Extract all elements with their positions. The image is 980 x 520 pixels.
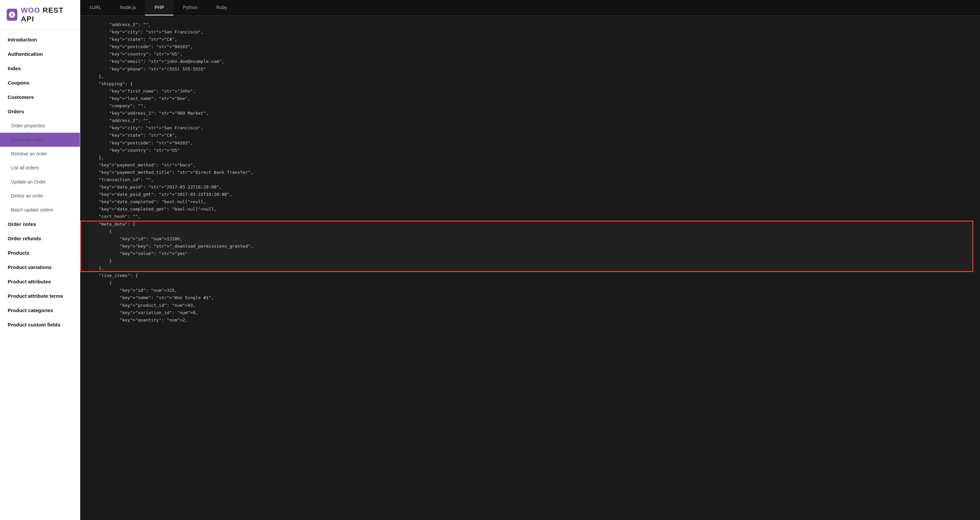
sidebar-item-product-categories[interactable]: Product categories	[0, 303, 80, 318]
sidebar-item-delete-an-order[interactable]: Delete an order	[0, 189, 80, 203]
sidebar-item-orders[interactable]: Orders	[0, 104, 80, 119]
sidebar-item-authentication[interactable]: Authentication	[0, 47, 80, 61]
sidebar-item-retrieve-an-order[interactable]: Retrieve an order	[0, 147, 80, 161]
sidebar-item-product-custom-fields[interactable]: Product custom fields	[0, 318, 80, 332]
code-tab-curl[interactable]: cURL	[80, 0, 111, 15]
code-tab-nodejs[interactable]: Node.js	[111, 0, 145, 15]
sidebar-item-update-an-order[interactable]: Update an Order	[0, 175, 80, 189]
code-tab-php[interactable]: PHP	[145, 0, 173, 15]
sidebar-item-introduction[interactable]: Introduction	[0, 32, 80, 47]
code-tab-ruby[interactable]: Ruby	[207, 0, 237, 15]
sidebar-item-coupons[interactable]: Coupons	[0, 76, 80, 90]
logo-text: WOO REST API	[21, 6, 73, 23]
sidebar-item-products[interactable]: Products	[0, 246, 80, 260]
sidebar-item-create-an-order[interactable]: Create an order	[0, 133, 80, 147]
sidebar-item-product-attributes[interactable]: Product attributes	[0, 274, 80, 289]
sidebar-item-customers[interactable]: Customers	[0, 90, 80, 104]
woo-icon	[7, 9, 18, 21]
code-content: "address_2": "", "key">"city": "str">"Sa…	[80, 16, 980, 520]
sidebar-item-index[interactable]: Index	[0, 61, 80, 76]
sidebar-navigation: IntroductionAuthenticationIndexCouponsCu…	[0, 30, 80, 520]
sidebar-item-order-properties[interactable]: Order properties	[0, 119, 80, 133]
sidebar-item-list-all-orders[interactable]: List all orders	[0, 161, 80, 175]
logo: WOO REST API	[0, 0, 80, 30]
main-content: cURLNode.jsPHPPythonRuby "address_2": ""…	[80, 0, 980, 520]
sidebar-item-order-notes[interactable]: Order notes	[0, 217, 80, 231]
code-panel: cURLNode.jsPHPPythonRuby "address_2": ""…	[80, 0, 980, 520]
sidebar: WOO REST API IntroductionAuthenticationI…	[0, 0, 80, 520]
sidebar-item-batch-update-orders[interactable]: Batch update orders	[0, 203, 80, 217]
sidebar-item-product-variations[interactable]: Product variations	[0, 260, 80, 274]
code-tabs: cURLNode.jsPHPPythonRuby	[80, 0, 980, 16]
sidebar-item-order-refunds[interactable]: Order refunds	[0, 231, 80, 246]
code-tab-python[interactable]: Python	[173, 0, 207, 15]
sidebar-item-product-attribute-terms[interactable]: Product attribute terms	[0, 289, 80, 303]
